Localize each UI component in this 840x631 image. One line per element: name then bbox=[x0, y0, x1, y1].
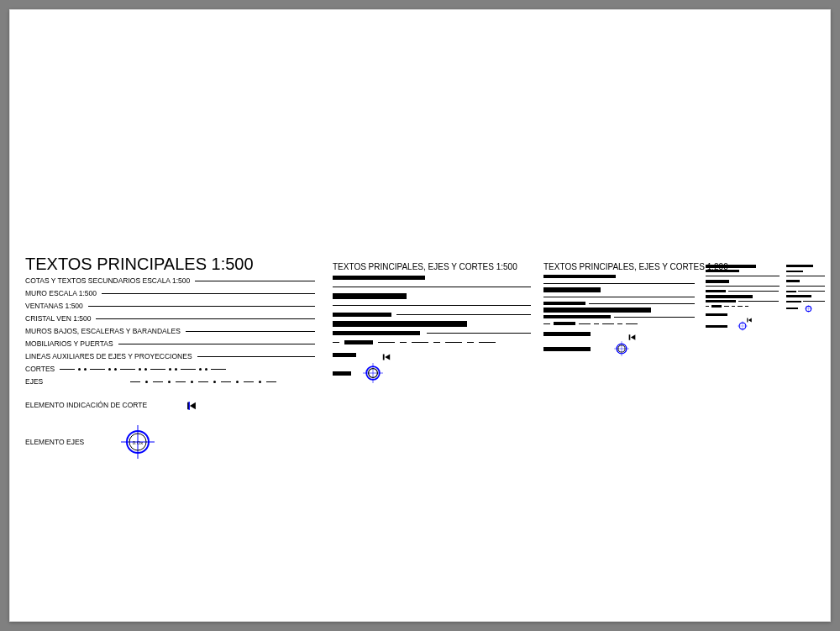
line-ventanas bbox=[88, 306, 315, 307]
line-cortes bbox=[60, 368, 315, 371]
row-elem-corte: ELEMENTO INDICACIÓN DE CORTE bbox=[25, 397, 315, 413]
legend-mini-2: TEXTOS PRINCIPALES, EJES Y CORTES 1:200 bbox=[543, 262, 695, 358]
line-muros-bajos bbox=[186, 331, 315, 332]
label-elem-ejes: ELEMENTO EJES bbox=[25, 439, 84, 446]
legend-title: TEXTOS PRINCIPALES 1:500 bbox=[25, 255, 315, 273]
legend-mini-3 bbox=[706, 264, 780, 333]
label-cotas: COTAS Y TEXTOS SECUNDARIOS ESCALA 1:500 bbox=[25, 277, 190, 285]
row-cotas: COTAS Y TEXTOS SECUNDARIOS ESCALA 1:500 bbox=[25, 275, 315, 287]
axis-bubble-icon: 0.Ox bbox=[121, 425, 155, 459]
section-arrow-icon-mini1 bbox=[381, 350, 391, 360]
row-cristal: CRISTAL VEN 1:500 bbox=[25, 313, 315, 325]
label-muros-bajos: MUROS BAJOS, ESCALERAS Y BARANDALES bbox=[25, 328, 181, 335]
row-ejes: EJES bbox=[25, 376, 315, 388]
label-elem-corte: ELEMENTO INDICACIÓN DE CORTE bbox=[25, 402, 147, 409]
row-lineas-aux: LINEAS AUXILIARES DE EJES Y PROYECCIONES bbox=[25, 350, 315, 363]
axis-bubble-icon-mini1 bbox=[363, 363, 383, 383]
label-ventanas: VENTANAS 1:500 bbox=[25, 302, 83, 310]
label-lineas-aux: LINEAS AUXILIARES DE EJES Y PROYECCIONES bbox=[25, 353, 192, 360]
svg-rect-0 bbox=[189, 402, 190, 410]
label-muro: MURO ESCALA 1:500 bbox=[25, 290, 97, 297]
label-cristal: CRISTAL VEN 1:500 bbox=[25, 315, 91, 323]
drawing-canvas: TEXTOS PRINCIPALES 1:500 COTAS Y TEXTOS … bbox=[10, 10, 830, 621]
row-muro: MURO ESCALA 1:500 bbox=[25, 287, 315, 300]
line-lineas-aux bbox=[197, 356, 315, 357]
legend-mini1-title: TEXTOS PRINCIPALES, EJES Y CORTES 1:500 bbox=[333, 262, 531, 271]
legend-mini2-title: TEXTOS PRINCIPALES, EJES Y CORTES 1:200 bbox=[543, 262, 695, 271]
axis-bubble-icon-mini3 bbox=[738, 321, 748, 331]
label-ejes: EJES bbox=[25, 378, 43, 386]
axis-bubble-icon-mini2 bbox=[614, 341, 629, 356]
section-arrow-icon bbox=[186, 400, 197, 412]
line-mobiliarios bbox=[118, 344, 315, 344]
row-elem-ejes: ELEMENTO EJES 0.Ox bbox=[25, 427, 315, 457]
row-muros-bajos: MUROS BAJOS, ESCALERAS Y BARANDALES bbox=[25, 325, 315, 338]
label-cortes: CORTES bbox=[25, 365, 55, 373]
legend-mini-4 bbox=[786, 264, 825, 313]
legend-mini-1: TEXTOS PRINCIPALES, EJES Y CORTES 1:500 bbox=[333, 262, 531, 385]
row-ventanas: VENTANAS 1:500 bbox=[25, 300, 315, 313]
axis-bubble-icon-mini4 bbox=[805, 305, 812, 313]
row-cortes: CORTES bbox=[25, 363, 315, 376]
cad-preview-frame: TEXTOS PRINCIPALES 1:500 COTAS Y TEXTOS … bbox=[9, 9, 831, 622]
row-mobiliarios: MOBILIARIOS Y PUERTAS bbox=[25, 338, 315, 350]
section-arrow-icon-mini2 bbox=[627, 330, 637, 339]
line-cotas bbox=[195, 281, 315, 281]
legend-main: TEXTOS PRINCIPALES 1:500 COTAS Y TEXTOS … bbox=[25, 255, 315, 457]
section-arrow-icon-mini3 bbox=[746, 312, 753, 318]
line-cristal bbox=[96, 318, 315, 319]
line-ejes bbox=[130, 381, 315, 383]
svg-text:0.Ox: 0.Ox bbox=[133, 440, 144, 445]
label-mobiliarios: MOBILIARIOS Y PUERTAS bbox=[25, 340, 113, 348]
line-muro bbox=[102, 293, 315, 294]
